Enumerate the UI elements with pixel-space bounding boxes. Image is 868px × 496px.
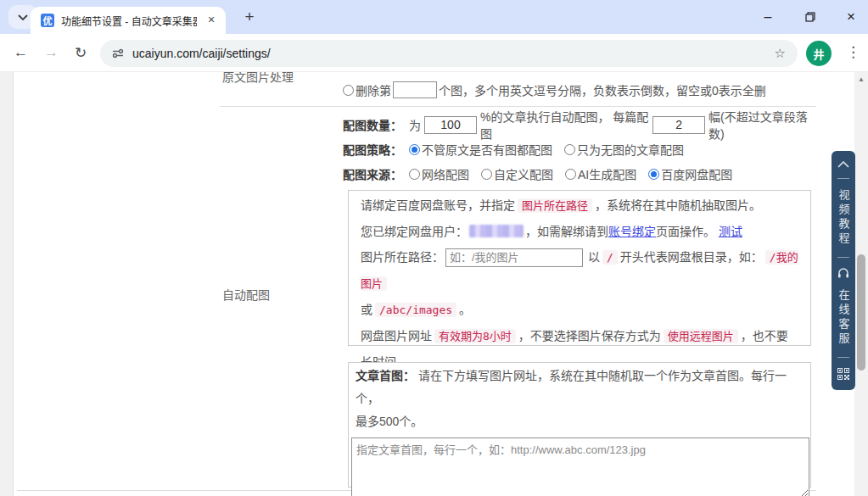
image-quantity-row: 配图数量： 为 %的文章执行自动配图， 每篇配图 幅(不超过文章段落数) xyxy=(343,113,816,137)
first-image-desc-line-2: 最多500个。 xyxy=(356,410,804,433)
image-strategy-label: 配图策略： xyxy=(343,141,402,158)
source-option-custom[interactable]: 自定义配图 xyxy=(481,165,553,182)
bound-username-blurred xyxy=(469,225,524,237)
first-image-label: 文章首图： xyxy=(356,369,415,382)
image-source-row: 配图来源： 网络配图 自定义配图 AI生成配图 百度网盘配图 xyxy=(343,162,816,186)
window-minimize-button[interactable]: – xyxy=(753,7,782,27)
source-option-ai[interactable]: AI生成配图 xyxy=(565,165,636,182)
reload-button[interactable]: ↻ xyxy=(75,44,87,62)
image-path-highlight: 图片所在路径 xyxy=(518,198,592,213)
page-content: 原文图片处理 删除第 个图，多个用英文逗号分隔，负数表示倒数，留空或0表示全删 … xyxy=(0,72,854,496)
chevron-up-icon xyxy=(837,161,849,168)
tab-title: 功能细节设置 - 自动文章采集器 xyxy=(61,14,197,28)
window-restore-button[interactable] xyxy=(796,7,825,27)
scrollbar-up-arrow[interactable]: ▲ xyxy=(854,75,868,83)
source-ai-radio[interactable] xyxy=(565,169,576,180)
floating-side-panel: 视频教程 在线客服 xyxy=(832,151,855,390)
browser-menu-icon[interactable]: ⋮ xyxy=(846,43,860,61)
tab-close-icon[interactable]: × xyxy=(204,13,219,28)
slash-code: / xyxy=(602,250,618,265)
pan-line-3: 图片所在路径：以/开头代表网盘根目录，如：/我的图片 xyxy=(361,244,798,297)
source-baidu-pan-radio[interactable] xyxy=(648,169,659,180)
qr-code-icon xyxy=(837,368,849,380)
address-bar[interactable]: ucaiyun.com/caiji/settings/ ☆ xyxy=(100,40,798,67)
quantity-text-2: %的文章执行自动配图， 每篇配图 xyxy=(480,108,649,142)
strategy-option-no-image-only[interactable]: 只为无图的文章配图 xyxy=(564,141,684,158)
headset-icon xyxy=(837,267,850,279)
scrollbar-thumb[interactable] xyxy=(857,254,865,371)
quantity-text-1: 为 xyxy=(409,116,421,133)
chevron-down-icon xyxy=(18,14,28,20)
video-tutorial-button[interactable]: 视频教程 xyxy=(836,189,852,247)
back-to-top-button[interactable] xyxy=(837,161,849,168)
back-button[interactable]: ← xyxy=(14,44,28,61)
account-binding-link[interactable]: 账号绑定 xyxy=(608,225,656,238)
site-settings-icon[interactable] xyxy=(112,47,124,59)
source-web-radio[interactable] xyxy=(409,169,420,180)
panel-divider xyxy=(837,257,849,258)
new-tab-button[interactable]: + xyxy=(239,8,260,28)
percent-input[interactable] xyxy=(424,116,477,134)
delete-image-radio[interactable] xyxy=(343,85,354,96)
image-quantity-label: 配图数量： xyxy=(343,116,402,133)
delete-image-index-input[interactable] xyxy=(393,81,437,98)
pan-line-4: 或/abc/images。 xyxy=(361,297,798,323)
row-divider xyxy=(220,106,816,107)
page-scrollbar[interactable]: ▲ xyxy=(854,72,868,496)
source-option-web[interactable]: 网络配图 xyxy=(409,165,469,182)
test-link[interactable]: 测试 xyxy=(719,225,742,238)
first-image-urls-textarea[interactable] xyxy=(351,437,809,496)
browser-tab[interactable]: 优 功能细节设置 - 自动文章采集器 × xyxy=(31,7,226,34)
window-close-button[interactable]: × xyxy=(837,7,865,27)
image-strategy-row: 配图策略： 不管原文是否有图都配图 只为无图的文章配图 xyxy=(343,137,816,161)
restore-icon xyxy=(805,12,815,22)
profile-avatar[interactable]: 井 xyxy=(806,41,832,66)
strategy-no-image-radio[interactable] xyxy=(564,144,575,155)
first-image-desc-line-1: 文章首图：请在下方填写图片网址，系统在其中随机取一个作为文章首图。每行一个， xyxy=(356,365,804,410)
delete-image-option-row: 删除第 个图，多个用英文逗号分隔，负数表示倒数，留空或0表示全删 xyxy=(343,77,816,103)
quantity-text-3: 幅(不超过文章段落数) xyxy=(708,108,816,142)
page-left-gutter xyxy=(0,72,14,496)
strategy-always-radio[interactable] xyxy=(409,144,420,155)
row-label-auto-image: 自动配图 xyxy=(222,286,270,303)
panel-divider xyxy=(837,357,849,358)
forward-button[interactable]: → xyxy=(44,44,59,61)
browser-tab-strip: 优 功能细节设置 - 自动文章采集器 × + – × xyxy=(0,0,868,34)
pan-line-1: 请绑定百度网盘账号，并指定图片所在路径，系统将在其中随机抽取图片。 xyxy=(361,192,798,219)
panel-divider xyxy=(837,178,849,179)
abc-images-path-code: /abc/images xyxy=(375,303,456,317)
url-text[interactable]: ucaiyun.com/caiji/settings/ xyxy=(132,47,271,60)
source-custom-radio[interactable] xyxy=(481,169,492,180)
pan-line-2: 您已绑定网盘用户：，如需解绑请到账号绑定页面操作。 测试 xyxy=(361,219,798,244)
online-service-button[interactable]: 在线客服 xyxy=(836,289,852,347)
bookmark-star-icon[interactable]: ☆ xyxy=(775,46,786,61)
strategy-option-always[interactable]: 不管原文是否有图都配图 xyxy=(409,141,552,158)
delete-image-text-suffix: 个图，多个用英文逗号分隔，负数表示倒数，留空或0表示全删 xyxy=(439,81,766,98)
images-per-article-input[interactable] xyxy=(652,116,705,134)
image-source-label: 配图来源： xyxy=(343,165,402,182)
baidu-pan-config-box: 请绑定百度网盘账号，并指定图片所在路径，系统将在其中随机抽取图片。 您已绑定网盘… xyxy=(348,190,811,346)
delete-image-text-prefix: 删除第 xyxy=(356,81,391,98)
qr-code-button[interactable] xyxy=(837,368,849,380)
validity-highlight: 有效期为8小时 xyxy=(434,329,516,343)
site-favicon: 优 xyxy=(41,14,54,27)
remote-image-highlight: 使用远程图片 xyxy=(664,329,738,343)
image-path-input[interactable] xyxy=(445,248,583,267)
first-image-box: 文章首图：请在下方填写图片网址，系统在其中随机取一个作为文章首图。每行一个， 最… xyxy=(348,362,811,488)
source-option-baidu-pan[interactable]: 百度网盘配图 xyxy=(648,165,732,182)
